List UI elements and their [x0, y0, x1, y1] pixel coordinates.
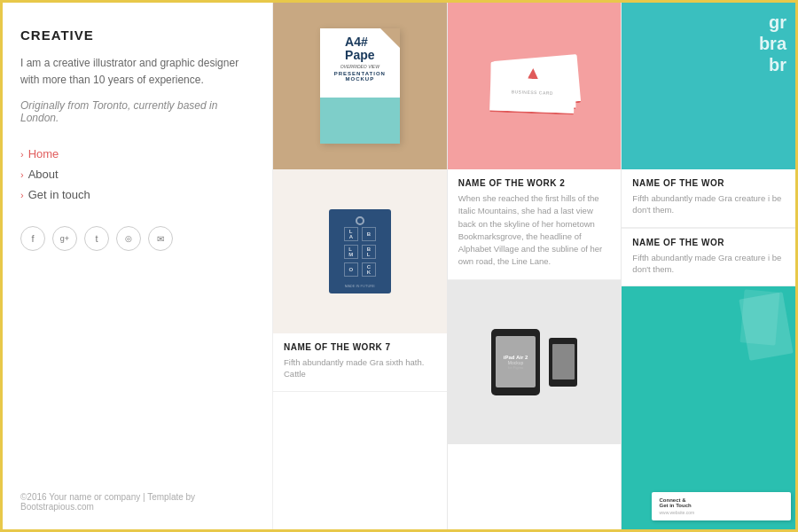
twitter-icon[interactable]: t	[84, 226, 109, 251]
tag-cell: LM	[344, 245, 358, 259]
portfolio-item-teal1[interactable]: grbrabr NAME OF THE WOR Fifth abundantly…	[622, 3, 795, 228]
chevron-icon: ›	[20, 149, 24, 160]
portfolio-item-teal2[interactable]: Connect &Get in Touch www.website.com	[622, 286, 795, 529]
paper-subtitle: OVERRIDEO VIEW	[340, 64, 379, 69]
paper-pres-text: PRESENTATIONMOCKUP	[334, 71, 386, 82]
brochure-subtitle: www.website.com	[659, 510, 784, 515]
tag-cell: LA	[344, 227, 358, 241]
social-icons: f g+ t ◎ ✉	[20, 226, 254, 251]
phone-screen	[552, 344, 575, 379]
business-card-image: BUSINESS CARD BUSINESS CARD	[448, 3, 622, 169]
chevron-icon: ›	[20, 190, 24, 200]
email-icon[interactable]: ✉	[148, 226, 173, 251]
work-7-info: NAME OF THE WORK 7 Fifth abundantly made…	[273, 333, 447, 392]
work-4-title: NAME OF THE WOR	[632, 238, 785, 247]
paper-image: A4#Pape OVERRIDEO VIEW PRESENTATIONMOCKU…	[273, 3, 447, 169]
ipad-label-small: for Figma	[504, 365, 528, 370]
work-7-title: NAME OF THE WORK 7	[284, 342, 436, 352]
nav-item-contact[interactable]: › Get in touch	[20, 184, 254, 205]
card-logo	[527, 67, 537, 78]
tag-cell: B	[362, 227, 376, 241]
paper-a4-text: A4#Pape	[345, 35, 374, 63]
paper-mockup: A4#Pape OVERRIDEO VIEW PRESENTATIONMOCKU…	[320, 28, 400, 144]
work-2-title: NAME OF THE WORK 2	[458, 178, 611, 188]
work-2-info: NAME OF THE WORK 2 When she reached the …	[448, 169, 622, 280]
work-3-desc: Fifth abundantly made Gra creature i be …	[632, 192, 785, 216]
portfolio-col-2: BUSINESS CARD BUSINESS CARD NAME OF THE …	[448, 3, 622, 529]
tag-bottom-text: MADE IN FUTURE	[345, 284, 375, 292]
business-card-front: BUSINESS CARD	[489, 63, 575, 114]
work-4-desc: Fifth abundantly made Gra creature i be …	[632, 252, 785, 276]
sidebar: CREATIVE I am a creative illustrator and…	[3, 3, 273, 529]
tag-wrapper: LA B LM BL O CK MADE IN FUTURE	[329, 209, 391, 293]
portfolio-grid: A4#Pape OVERRIDEO VIEW PRESENTATIONMOCKU…	[273, 3, 795, 529]
bio-text: I am a creative illustrator and graphic …	[20, 55, 254, 89]
nav-item-home[interactable]: › Home	[20, 144, 254, 164]
ipad-group: iPad Air 2 Mockup for Figma	[491, 329, 540, 395]
nav-item-about[interactable]: › About	[20, 164, 254, 184]
ipad-label-main: iPad Air 2	[504, 355, 528, 360]
tag-hole	[356, 216, 364, 225]
ipad-screen: iPad Air 2 Mockup for Figma	[496, 336, 536, 387]
ipad-label: iPad Air 2 Mockup for Figma	[504, 355, 528, 370]
work-2-desc: When she reached the first hills of the …	[458, 192, 611, 269]
chevron-icon: ›	[20, 169, 24, 180]
portfolio-item-1[interactable]: A4#Pape OVERRIDEO VIEW PRESENTATIONMOCKU…	[273, 3, 447, 169]
ipad-image: iPad Air 2 Mockup for Figma	[448, 280, 622, 444]
teal-image-1: grbrabr	[622, 3, 795, 169]
tag-cell: O	[344, 262, 358, 277]
portfolio-col-3: grbrabr NAME OF THE WOR Fifth abundantly…	[622, 3, 795, 529]
paper-corner	[380, 28, 400, 48]
portfolio-col-1: A4#Pape OVERRIDEO VIEW PRESENTATIONMOCKU…	[273, 3, 448, 529]
portfolio-item-ipad[interactable]: iPad Air 2 Mockup for Figma	[448, 280, 622, 530]
nav-label-contact: Get in touch	[28, 188, 90, 201]
teal-text: grbrabr	[750, 3, 795, 84]
nav-label-home: Home	[28, 147, 59, 160]
card-text: BUSINESS CARD	[489, 81, 574, 96]
instagram-icon[interactable]: ◎	[116, 226, 141, 251]
card-stack: BUSINESS CARD BUSINESS CARD	[490, 58, 579, 115]
tag-cell: BL	[362, 245, 376, 259]
paper-fold	[320, 98, 400, 144]
teal-image-2: Connect &Get in Touch www.website.com	[622, 286, 795, 529]
ipad-device: iPad Air 2 Mockup for Figma	[491, 329, 540, 395]
portfolio-item-bc[interactable]: BUSINESS CARD BUSINESS CARD NAME OF THE …	[448, 3, 622, 280]
teal-decoration-2	[739, 290, 779, 346]
brochure-card: Connect &Get in Touch www.website.com	[652, 492, 791, 520]
nav-list: › Home › About › Get in touch	[20, 144, 254, 205]
tag-card: LA B LM BL O CK MADE IN FUTURE	[329, 209, 391, 293]
work-4-info: NAME OF THE WOR Fifth abundantly made Gr…	[622, 228, 795, 287]
tag-image: LA B LM BL O CK MADE IN FUTURE	[273, 169, 447, 333]
tag-cell: CK	[362, 262, 376, 277]
google-plus-icon[interactable]: g+	[52, 226, 77, 251]
phone-device	[549, 338, 577, 387]
work-7-desc: Fifth abundantly made Gra sixth hath. Ca…	[284, 356, 436, 380]
site-title: CREATIVE	[20, 27, 254, 43]
brochure-title: Connect &Get in Touch	[659, 497, 784, 508]
nav-label-about: About	[28, 168, 59, 181]
copyright-text: ©2016 Your name or company | Template by…	[20, 492, 254, 512]
location-text: Originally from Toronto, currently based…	[20, 99, 254, 124]
work-3-title: NAME OF THE WOR	[632, 178, 785, 188]
portfolio-item-tag[interactable]: LA B LM BL O CK MADE IN FUTURE NAME OF T…	[273, 169, 447, 529]
facebook-icon[interactable]: f	[20, 226, 45, 251]
work-3-info: NAME OF THE WOR Fifth abundantly made Gr…	[622, 169, 795, 228]
